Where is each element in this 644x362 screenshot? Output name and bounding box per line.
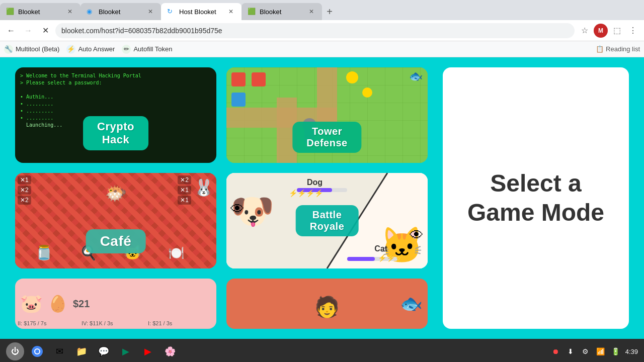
tab-favicon-3: ↻ (167, 8, 175, 16)
tab-close-4[interactable]: ✕ (307, 7, 316, 16)
crypto-hack-label: CryptoHack (83, 116, 148, 150)
taskbar-photos[interactable]: 🌸 (161, 342, 179, 360)
cafe-food-1: 🫙 (35, 244, 53, 261)
tower-fish-icon: 🐟 (409, 70, 423, 83)
pig-icon: 🐷 (20, 293, 43, 314)
nav-icons: ☆ M ⬚ ⋮ (578, 24, 640, 38)
extension-icon[interactable]: ⬚ (610, 24, 624, 38)
taskbar-gmail[interactable]: ✉ (50, 342, 68, 360)
eye-icon-left: 👁 (230, 201, 245, 217)
egg-icon: 🥚 (48, 294, 68, 313)
tab-close-2[interactable]: ✕ (146, 7, 155, 16)
partial-price-1: $21 (73, 298, 90, 310)
terminal-line-4: • ......... (20, 101, 211, 108)
taskbar-play[interactable]: ▶ (117, 342, 135, 360)
tab-close-1[interactable]: ✕ (65, 7, 74, 16)
taskbar-download-icon: ⬇ (565, 346, 576, 357)
svg-point-8 (362, 87, 372, 98)
terminal-line-2: > Please select a password: (20, 79, 211, 86)
cafe-bunny-icon: 🐰 (194, 178, 214, 197)
reload-button[interactable]: ✕ (38, 24, 52, 38)
cafe-background: ✕1 ✕2 ✕2 ✕2 ✕1 ✕1 🐡 🐰 🫙 🍳 🐱 🍽️ (15, 173, 216, 268)
tab-blooket-1[interactable]: 🟩 Blooket ✕ (0, 3, 80, 20)
forward-button[interactable]: → (21, 24, 35, 38)
taskbar-status: ⏺ ⬇ ⚙ 📶 🔋 4:39 (550, 346, 638, 357)
game-card-cafe[interactable]: ✕1 ✕2 ✕2 ✕2 ✕1 ✕1 🐡 🐰 🫙 🍳 🐱 🍽️ Caf (15, 173, 216, 268)
reading-list-label: Reading list (606, 45, 640, 53)
tab-blooket-4[interactable]: 🟩 Blooket ✕ (242, 3, 322, 20)
taskbar-time: 4:39 (625, 348, 638, 355)
eye-icon-right: 👁 (410, 227, 424, 243)
cafe-score-3: ✕2 (18, 196, 31, 205)
autofill-label: Autofill Token (133, 45, 172, 53)
tab-bar: 🟩 Blooket ✕ ◉ Blooket ✕ ↻ Host Blooket ✕… (0, 0, 644, 20)
svg-point-16 (35, 349, 39, 353)
cafe-score-4: ✕2 (178, 175, 191, 185)
tab-favicon-1: 🟩 (6, 8, 14, 16)
menu-icon[interactable]: ⋮ (626, 24, 640, 38)
cafe-score-5: ✕1 (178, 186, 191, 195)
person-icon: 🧑 (314, 295, 340, 319)
taskbar-chrome[interactable] (28, 342, 46, 360)
terminal-line-1: > Welcome to the Terminal Hacking Portal (20, 72, 211, 79)
taskbar-battery-icon: 🔋 (610, 346, 621, 357)
autoanswer-toolbar-item[interactable]: ⚡ Auto Answer (66, 45, 115, 54)
right-panel: Select a Game Mode (443, 67, 629, 329)
power-icon: ⏻ (11, 347, 19, 356)
cafe-score-6: ✕1 (178, 196, 191, 205)
taskbar-files[interactable]: 📁 (72, 342, 91, 360)
chrome-icon (32, 346, 43, 357)
photos-icon: 🌸 (165, 346, 176, 357)
autofill-icon: ✏ (122, 45, 131, 54)
gmail-icon: ✉ (56, 346, 63, 357)
select-game-mode-text: Select a Game Mode (467, 169, 604, 227)
back-button[interactable]: ← (4, 24, 18, 38)
fish-icon-partial: 🐟 (400, 293, 423, 314)
game-card-partial-right[interactable]: 🐟 🧑 (226, 279, 428, 329)
profile-icon[interactable]: M (594, 24, 608, 38)
tab-title-1: Blooket (18, 8, 61, 16)
game-card-tower-defense[interactable]: 🐟 TowerDefense (226, 67, 428, 163)
tower-defense-label: TowerDefense (292, 122, 361, 153)
tab-favicon-2: ◉ (87, 8, 95, 16)
multitool-toolbar-item[interactable]: 🔧 Multitool (Beta) (4, 45, 59, 54)
nav-bar: ← → ✕ ☆ M ⬚ ⋮ (0, 20, 644, 41)
select-line2: Game Mode (467, 199, 604, 226)
taskbar-power-button[interactable]: ⏻ (6, 342, 24, 360)
game-card-crypto-hack[interactable]: > Welcome to the Terminal Hacking Portal… (15, 67, 216, 163)
page-content: > Welcome to the Terminal Hacking Portal… (0, 57, 644, 339)
taskbar-youtube[interactable]: ▶ (139, 342, 157, 360)
taskbar-wifi-icon: 📶 (595, 346, 606, 357)
game-card-partial-left[interactable]: 🐷 🥚 $21 II: $175 / 7s IV: $11K / 3s I: $… (15, 279, 216, 329)
hangouts-icon: 💬 (98, 346, 109, 357)
youtube-icon: ▶ (144, 346, 151, 357)
partial-stat-2: IV: $11K / 3s (82, 320, 113, 326)
battle-royale-label: BattleRoyale (296, 205, 359, 236)
address-input[interactable] (61, 27, 569, 35)
new-tab-button[interactable]: + (322, 3, 337, 20)
cafe-score-1: ✕1 (18, 175, 31, 185)
tab-host-blooket[interactable]: ↻ Host Blooket ✕ (161, 3, 242, 20)
dog-label: Dog (307, 178, 323, 187)
bookmark-icon[interactable]: ☆ (578, 24, 592, 38)
reading-list-button[interactable]: 📋 Reading list (596, 45, 640, 53)
cat-label: Cat (374, 244, 387, 253)
terminal-spacer (20, 86, 211, 94)
tab-blooket-2[interactable]: ◉ Blooket ✕ (80, 3, 161, 20)
cat-hp-bar (347, 257, 375, 261)
reading-list-icon: 📋 (596, 45, 604, 53)
terminal-line-3: • Authin... (20, 94, 211, 101)
cafe-fish-icon: 🐡 (105, 183, 127, 204)
taskbar: ⏻ ✉ 📁 💬 ▶ ▶ 🌸 ⏺ ⬇ ⚙ 📶 🔋 4:39 (0, 339, 644, 362)
partial-stat-1: II: $175 / 7s (18, 320, 46, 326)
game-grid: > Welcome to the Terminal Hacking Portal… (15, 57, 428, 339)
tab-close-3[interactable]: ✕ (226, 7, 235, 16)
taskbar-hangouts[interactable]: 💬 (95, 342, 113, 360)
game-card-battle-royale[interactable]: Dog 🐶 🐱 👁 👁 Cat (226, 173, 428, 268)
autofill-toolbar-item[interactable]: ✏ Autofill Token (122, 45, 172, 54)
address-bar[interactable] (55, 23, 575, 38)
tab-title-3: Host Blooket (179, 8, 222, 16)
svg-rect-2 (317, 67, 337, 128)
cafe-label: Café (86, 229, 146, 253)
partial-stat-3: I: $21 / 3s (148, 320, 172, 326)
